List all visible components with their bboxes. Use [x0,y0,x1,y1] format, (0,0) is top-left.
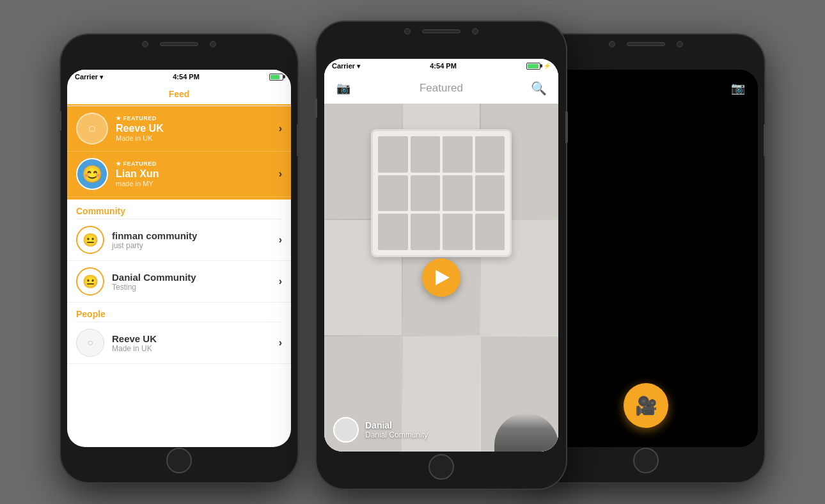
chevron-right-3: › [279,234,282,246]
video-container[interactable]: Danial Danial Community [324,104,558,452]
finman-sub: just party [112,241,279,250]
camera-top-bar: ⚙ 📷 [534,70,758,107]
chevron-right-5: › [279,337,282,349]
battery-icon [269,74,283,81]
battery-fill [271,75,279,79]
ac-vent-1 [378,136,408,173]
record-button[interactable]: 🎥 [624,383,668,428]
reeve-people-name: Reeve UK [112,333,279,344]
reeve-people-info: Reeve UK Made in UK [112,333,279,353]
phone-left: Carrier ▾ 4:54 PM Feed [61,35,297,482]
reeve-people-sub: Made in UK [112,344,279,353]
people-section: People ○ Reeve UK Made in UK › [67,303,291,364]
tab-feed[interactable]: Feed [67,84,291,106]
battery-fill-center [528,64,538,68]
danial-community-emoji: 😐 [82,274,98,289]
phone-power-button-right [764,124,766,156]
speaker-center [422,29,460,33]
play-button[interactable] [422,258,460,297]
camera-icon: 📷 [336,81,350,95]
featured-section: ○ ★ FEATURED Reeve UK Made in UK › [67,106,291,200]
sensor-right [677,41,683,47]
front-camera-center [404,28,411,35]
ac-vent-9 [378,214,408,250]
wifi-icon-center: ▾ [357,63,360,70]
phone-power-button [297,124,299,156]
ac-vent-2 [411,136,441,173]
front-camera-right [609,41,615,47]
search-button[interactable]: 🔍 [529,78,549,98]
featured-title: Featured [420,82,463,95]
reeve-people-avatar: ○ [76,329,104,357]
ac-vent-6 [411,175,441,212]
list-item-finman[interactable]: 😐 finman community just party › [67,219,291,261]
featured-badge-1: ★ FEATURED [116,115,279,122]
list-item-reeve-people[interactable]: ○ Reeve UK Made in UK › [67,322,291,364]
home-button-center[interactable] [428,454,454,480]
center-phone-screen: Carrier ▾ 4:54 PM ⚡ 📷 [324,59,558,452]
ac-vent-10 [411,214,441,250]
video-user-text: Danial Danial Community [365,420,428,439]
battery-bolt: ⚡ [544,63,551,69]
reeve-info: ★ FEATURED Reeve UK Made in UK [116,115,279,142]
home-button-right[interactable] [633,448,659,473]
front-camera [142,41,148,47]
battery-area [269,74,283,81]
flip-camera-button[interactable]: 📷 [731,81,745,95]
chevron-right-1: › [279,123,282,134]
featured-screen: Carrier ▾ 4:54 PM ⚡ 📷 [324,59,558,452]
phone-volume-button [59,111,61,130]
ac-unit [371,129,512,257]
speaker [160,42,198,46]
phone-center: Carrier ▾ 4:54 PM ⚡ 📷 [317,22,566,489]
carrier-label: Carrier [75,73,98,81]
home-button-left[interactable] [166,448,192,473]
finman-emoji: 😐 [82,232,98,248]
star-icon-2: ★ [116,161,122,167]
flip-camera-icon: 📷 [731,82,745,95]
time-display-center: 4:54 PM [430,62,457,70]
status-bar-center: Carrier ▾ 4:54 PM ⚡ [324,59,558,73]
ac-vent-3 [443,136,473,173]
play-icon [436,270,450,285]
wifi-icon: ▾ [100,74,103,81]
featured-badge-2: ★ FEATURED [116,161,279,167]
status-bar-left: Carrier ▾ 4:54 PM [67,70,291,84]
camera-bottom: 🎥 [534,107,758,447]
danial-community-sub: Testing [112,283,279,292]
ac-vent-8 [475,175,505,212]
search-icon: 🔍 [531,81,547,96]
carrier-info-center: Carrier ▾ [332,62,360,70]
ac-vent-4 [475,136,505,173]
danial-community-info: Danial Community Testing [112,272,279,292]
video-background: Danial Danial Community [324,104,558,452]
reeve-people-emoji: ○ [87,337,93,349]
feed-screen: Carrier ▾ 4:54 PM Feed [67,70,291,447]
list-item-danial-community[interactable]: 😐 Danial Community Testing › [67,261,291,303]
star-icon-1: ★ [116,115,122,122]
time-display: 4:54 PM [173,73,200,81]
video-user-community: Danial Community [365,430,428,439]
danial-community-name: Danial Community [112,272,279,283]
ac-vent-11 [443,214,473,250]
finman-name: finman community [112,230,279,241]
sensor [210,41,216,47]
featured-item-lian[interactable]: 😊 ★ FEATURED Lian Xun made in MY › [67,152,291,197]
battery-icon-center [526,63,540,70]
chevron-right-4: › [279,276,282,287]
chevron-right-2: › [279,168,282,180]
ac-frame [371,129,512,257]
featured-item-reeve[interactable]: ○ ★ FEATURED Reeve UK Made in UK › [67,106,291,152]
phone-top-bar [61,35,297,51]
ac-vent-12 [475,214,505,250]
carrier-label-center: Carrier [332,62,355,70]
community-section: Community 😐 finman community just party … [67,200,291,303]
lian-info: ★ FEATURED Lian Xun made in MY [116,161,279,187]
finman-info: finman community just party [112,230,279,250]
lian-avatar: 😊 [76,158,108,190]
camera-button[interactable]: 📷 [333,78,354,98]
reeve-name: Reeve UK [116,123,279,134]
reeve-sub: Made in UK [116,134,279,142]
sensor-center [472,28,478,35]
featured-header: 📷 Featured 🔍 [324,73,558,104]
